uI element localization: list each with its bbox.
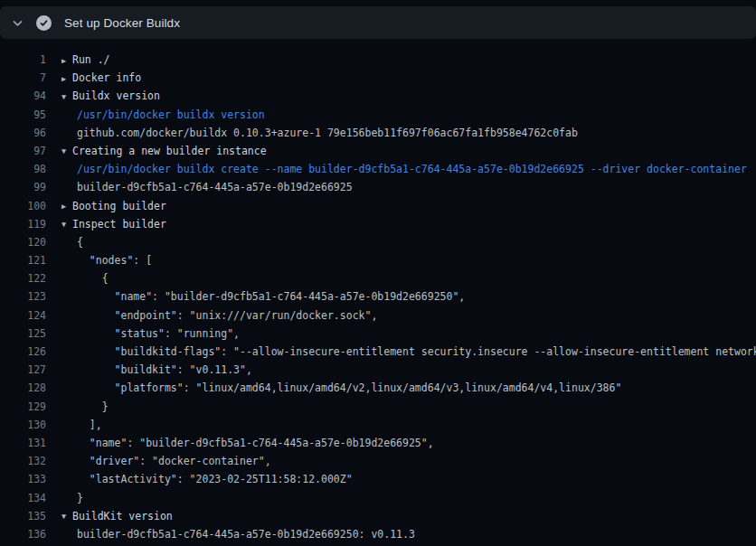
line-number[interactable]: 95 xyxy=(0,106,46,124)
log-group-line: 119 ▼Inspect builder xyxy=(0,215,756,233)
log-line: 121 "nodes": [ xyxy=(0,251,756,269)
chevron-down-icon[interactable] xyxy=(4,6,31,39)
line-content: /usr/bin/docker buildx version xyxy=(61,106,265,124)
log-group-line: 94 ▼Buildx version xyxy=(0,87,756,105)
line-number[interactable]: 136 xyxy=(0,525,46,543)
log-line: 124 "endpoint": "unix:///var/run/docker.… xyxy=(0,306,756,325)
line-number[interactable]: 94 xyxy=(0,87,46,105)
log-line: 136 builder-d9cfb5a1-c764-445a-a57e-0b19… xyxy=(0,525,756,543)
log-group-line: 135 ▼BuildKit version xyxy=(0,507,756,525)
line-number[interactable]: 100 xyxy=(0,197,46,215)
group-toggle[interactable]: ▼BuildKit version xyxy=(61,507,173,525)
line-content: "platforms": "linux/amd64,linux/amd64/v2… xyxy=(61,379,621,397)
line-content: github.com/docker/buildx 0.10.3+azure-1 … xyxy=(61,124,578,142)
line-number[interactable]: 127 xyxy=(0,361,46,379)
line-content: { xyxy=(61,233,83,251)
log-line: 125 "status": "running", xyxy=(0,325,756,343)
line-content: "endpoint": "unix:///var/run/docker.sock… xyxy=(61,306,377,325)
log-line: 134 } xyxy=(0,489,756,507)
line-content: ], xyxy=(61,416,102,434)
line-number[interactable]: 126 xyxy=(0,343,46,361)
log-line: 99 builder-d9cfb5a1-c764-445a-a57e-0b19d… xyxy=(0,178,756,196)
triangle-down-icon[interactable]: ▼ xyxy=(61,215,72,233)
triangle-down-icon[interactable]: ▼ xyxy=(61,88,72,106)
line-number[interactable]: 97 xyxy=(0,142,46,160)
log-group-line: 1 ▶Run ./ xyxy=(0,51,756,69)
line-number[interactable]: 133 xyxy=(0,470,46,488)
line-number[interactable]: 125 xyxy=(0,325,46,343)
line-content: "nodes": [ xyxy=(61,251,152,269)
line-content: /usr/bin/docker buildx create --name bui… xyxy=(61,160,747,178)
line-number[interactable]: 96 xyxy=(0,124,46,142)
line-number[interactable]: 119 xyxy=(0,215,46,233)
line-number[interactable]: 132 xyxy=(0,452,46,470)
log-line: 129 } xyxy=(0,398,756,416)
log-line: 122 { xyxy=(0,269,756,287)
line-number[interactable]: 128 xyxy=(0,379,46,397)
line-number[interactable]: 99 xyxy=(0,178,46,196)
group-toggle[interactable]: ▼Creating a new builder instance xyxy=(61,142,267,160)
check-circle-icon xyxy=(36,15,52,31)
log-line: 95 /usr/bin/docker buildx version xyxy=(0,106,756,124)
line-content: builder-d9cfb5a1-c764-445a-a57e-0b19d2e6… xyxy=(61,525,415,543)
triangle-right-icon[interactable]: ▶ xyxy=(61,197,72,215)
line-number[interactable]: 124 xyxy=(0,306,46,325)
log-line: 123 "name": "builder-d9cfb5a1-c764-445a-… xyxy=(0,287,756,306)
line-number[interactable]: 122 xyxy=(0,269,46,287)
line-number[interactable]: 135 xyxy=(0,507,46,525)
line-content: "name": "builder-d9cfb5a1-c764-445a-a57e… xyxy=(61,287,465,306)
log-line: 120 { xyxy=(0,233,756,251)
log-group-line: 7 ▶Docker info xyxy=(0,69,756,87)
step-header[interactable]: Set up Docker Buildx xyxy=(0,6,756,39)
group-toggle[interactable]: ▶Run ./ xyxy=(61,51,110,69)
line-number[interactable]: 7 xyxy=(0,69,46,87)
step-title: Set up Docker Buildx xyxy=(64,16,180,30)
line-content: } xyxy=(61,398,109,416)
line-content: "buildkit": "v0.11.3", xyxy=(61,361,252,379)
log-line: 127 "buildkit": "v0.11.3", xyxy=(0,361,756,379)
log-line: 128 "platforms": "linux/amd64,linux/amd6… xyxy=(0,379,756,397)
line-number[interactable]: 131 xyxy=(0,434,46,452)
line-content: "status": "running", xyxy=(61,325,240,343)
triangle-down-icon[interactable]: ▼ xyxy=(61,142,72,160)
log-line: 96 github.com/docker/buildx 0.10.3+azure… xyxy=(0,124,756,142)
log-viewer: 1 ▶Run ./ 7 ▶Docker info 94 ▼Buildx vers… xyxy=(0,39,756,546)
triangle-right-icon[interactable]: ▶ xyxy=(61,70,72,88)
line-content: "buildkitd-flags": "--allow-insecure-ent… xyxy=(61,343,756,361)
log-line: 126 "buildkitd-flags": "--allow-insecure… xyxy=(0,343,756,361)
line-content: "lastActivity": "2023-02-25T11:58:12.000… xyxy=(61,470,353,488)
line-content: "driver": "docker-container", xyxy=(61,452,271,470)
line-content: } xyxy=(61,489,83,507)
log-line: 98 /usr/bin/docker buildx create --name … xyxy=(0,160,756,178)
line-number[interactable]: 121 xyxy=(0,251,46,269)
line-number[interactable]: 98 xyxy=(0,160,46,178)
line-number[interactable]: 134 xyxy=(0,489,46,507)
line-content: { xyxy=(61,269,109,287)
triangle-right-icon[interactable]: ▶ xyxy=(61,52,72,70)
line-number[interactable]: 129 xyxy=(0,398,46,416)
group-toggle[interactable]: ▶Booting builder xyxy=(61,197,166,215)
line-content: builder-d9cfb5a1-c764-445a-a57e-0b19d2e6… xyxy=(61,178,353,196)
triangle-down-icon[interactable]: ▼ xyxy=(61,507,72,525)
line-number[interactable]: 123 xyxy=(0,287,46,306)
line-content: "name": "builder-d9cfb5a1-c764-445a-a57e… xyxy=(61,434,434,452)
log-group-line: 97 ▼Creating a new builder instance xyxy=(0,142,756,160)
log-line: 131 "name": "builder-d9cfb5a1-c764-445a-… xyxy=(0,434,756,452)
group-toggle[interactable]: ▶Docker info xyxy=(61,69,141,87)
log-line: 133 "lastActivity": "2023-02-25T11:58:12… xyxy=(0,470,756,488)
log-line: 130 ], xyxy=(0,416,756,434)
line-number[interactable]: 130 xyxy=(0,416,46,434)
log-group-line: 100 ▶Booting builder xyxy=(0,197,756,215)
group-toggle[interactable]: ▼Inspect builder xyxy=(61,215,166,233)
group-toggle[interactable]: ▼Buildx version xyxy=(61,87,160,105)
line-number[interactable]: 1 xyxy=(0,51,46,69)
log-line: 132 "driver": "docker-container", xyxy=(0,452,756,470)
line-number[interactable]: 120 xyxy=(0,233,46,251)
